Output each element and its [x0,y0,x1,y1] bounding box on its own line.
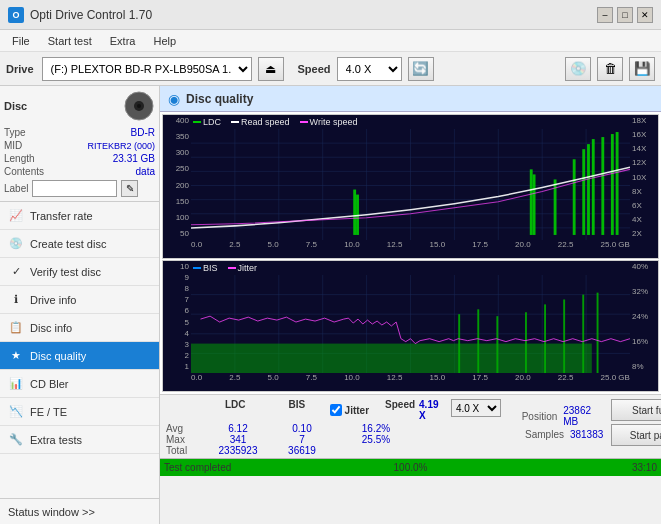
disc-quality-header: ◉ Disc quality [160,86,661,112]
legend-bis: BIS [193,263,218,273]
disc-length-value: 23.31 GB [113,153,155,164]
create-test-disc-icon: 💿 [8,236,24,252]
legend-write-speed: Write speed [300,117,358,127]
speed-select[interactable]: 4.0 X 1.0 X 2.0 X 6.0 X 8.0 X [337,57,402,81]
eject-button[interactable]: ⏏ [258,57,284,81]
start-full-button[interactable]: Start full [611,399,661,421]
bottom-chart-y-right: 40% 32% 24% 16% 8% [630,261,658,371]
svg-rect-21 [530,169,533,235]
sidebar-item-fe-te[interactable]: 📉 FE / TE [0,398,159,426]
speed-select-stats[interactable]: 4.0 X [451,399,501,417]
drive-label: Drive [6,63,34,75]
disc-length-label: Length [4,153,35,164]
sidebar-item-label-drive-info: Drive info [30,294,76,306]
svg-rect-29 [611,134,614,235]
charts-area: LDC Read speed Write speed 400 350 300 [160,112,661,394]
refresh-button[interactable]: 🔄 [408,57,434,81]
sidebar-item-verify-test-disc[interactable]: ✓ Verify test disc [0,258,159,286]
app-title: Opti Drive Control 1.70 [30,8,152,22]
menu-file[interactable]: File [4,33,38,49]
top-chart-plot [191,129,630,240]
stats-area: LDC BIS Jitter Speed 4.19 X 4.0 X [160,395,661,458]
sidebar-item-cd-bler[interactable]: 📊 CD Bler [0,370,159,398]
dq-icon: ◉ [168,91,180,107]
right-panel: Position 23862 MB Samples 381383 Start f… [509,399,661,446]
top-chart-x-axis: 0.0 2.5 5.0 7.5 10.0 12.5 15.0 17.5 20.0… [191,240,630,258]
menu-help[interactable]: Help [145,33,184,49]
disc-type-row: Type BD-R [4,126,155,139]
disc-label-input[interactable] [32,180,117,197]
sidebar-item-transfer-rate[interactable]: 📈 Transfer rate [0,202,159,230]
menu-extra[interactable]: Extra [102,33,144,49]
start-part-button[interactable]: Start part [611,424,661,446]
stats-max-ldc: 341 [204,434,272,445]
legend-read-dot [231,121,239,123]
disc-mid-label: MID [4,140,22,151]
sidebar-item-drive-info[interactable]: ℹ Drive info [0,286,159,314]
drive-toolbar: Drive (F:) PLEXTOR BD-R PX-LB950SA 1.06 … [0,52,661,86]
action-buttons: Start full Start part [611,399,661,446]
legend-jitter-dot [228,267,236,269]
jitter-checkbox-area: Jitter [330,399,369,421]
transfer-rate-icon: 📈 [8,208,24,224]
position-value: 23862 MB [563,405,603,427]
title-bar: O Opti Drive Control 1.70 – □ ✕ [0,0,661,30]
sidebar-item-extra-tests[interactable]: 🔧 Extra tests [0,426,159,454]
disc-mid-value: RITEKBR2 (000) [87,141,155,151]
sidebar-item-disc-info[interactable]: 📋 Disc info [0,314,159,342]
cd-bler-icon: 📊 [8,376,24,392]
sidebar-item-label-transfer-rate: Transfer rate [30,210,93,222]
close-button[interactable]: ✕ [637,7,653,23]
disc-label-label: Label [4,183,28,194]
stats-empty-header [166,399,203,421]
bottom-chart-svg [191,275,630,373]
speed-header: Speed [385,399,415,421]
bottom-panel: LDC BIS Jitter Speed 4.19 X 4.0 X [160,394,661,524]
pos-samples: Position 23862 MB Samples 381383 [509,405,603,440]
sidebar-item-disc-quality[interactable]: ★ Disc quality [0,342,159,370]
disc-label-button[interactable]: ✎ [121,180,138,197]
sidebar-item-create-test-disc[interactable]: 💿 Create test disc [0,230,159,258]
progress-bar-container: Test completed 100.0% 33:10 [160,458,661,476]
disc-contents-label: Contents [4,166,44,177]
progress-percent: 100.0% [394,462,428,473]
svg-rect-50 [563,300,565,374]
top-chart-legend: LDC Read speed Write speed [193,117,628,127]
svg-rect-51 [582,295,584,373]
content-area: ◉ Disc quality LDC Read speed [160,86,661,524]
title-bar-controls: – □ ✕ [597,7,653,23]
legend-read-speed: Read speed [231,117,290,127]
sidebar-item-label-create-test-disc: Create test disc [30,238,106,250]
drive-select[interactable]: (F:) PLEXTOR BD-R PX-LB950SA 1.06 [42,57,252,81]
samples-value: 381383 [570,429,603,440]
stats-ldc-header: LDC [203,399,268,421]
menu-start-test[interactable]: Start test [40,33,100,49]
legend-jitter: Jitter [228,263,258,273]
jitter-header: Jitter [345,405,369,416]
legend-write-dot [300,121,308,123]
minimize-button[interactable]: – [597,7,613,23]
svg-rect-24 [573,159,576,235]
verify-test-disc-icon: ✓ [8,264,24,280]
samples-item: Samples 381383 [509,429,603,440]
maximize-button[interactable]: □ [617,7,633,23]
svg-rect-26 [587,144,590,235]
svg-rect-22 [533,174,536,235]
top-chart-y-right: 18X 16X 14X 12X 10X 8X 6X 4X 2X [630,115,658,238]
top-chart: LDC Read speed Write speed 400 350 300 [162,114,659,259]
save-button[interactable]: 💾 [629,57,655,81]
stats-total-row: Total 2335923 36619 [166,445,501,456]
drive-info-icon: ℹ [8,292,24,308]
stats-headers: LDC BIS Jitter Speed 4.19 X 4.0 X [166,399,501,421]
extra-tests-icon: 🔧 [8,432,24,448]
burn-button[interactable]: 💿 [565,57,591,81]
jitter-checkbox[interactable] [330,404,342,416]
bottom-chart-plot [191,275,630,373]
speed-label: Speed [298,63,331,75]
bottom-chart-legend: BIS Jitter [193,263,628,273]
legend-ldc-dot [193,121,201,123]
erase-button[interactable]: 🗑 [597,57,623,81]
stats-avg-bis: 0.10 [272,423,332,434]
status-window[interactable]: Status window >> [0,498,159,524]
position-label: Position [509,411,557,422]
